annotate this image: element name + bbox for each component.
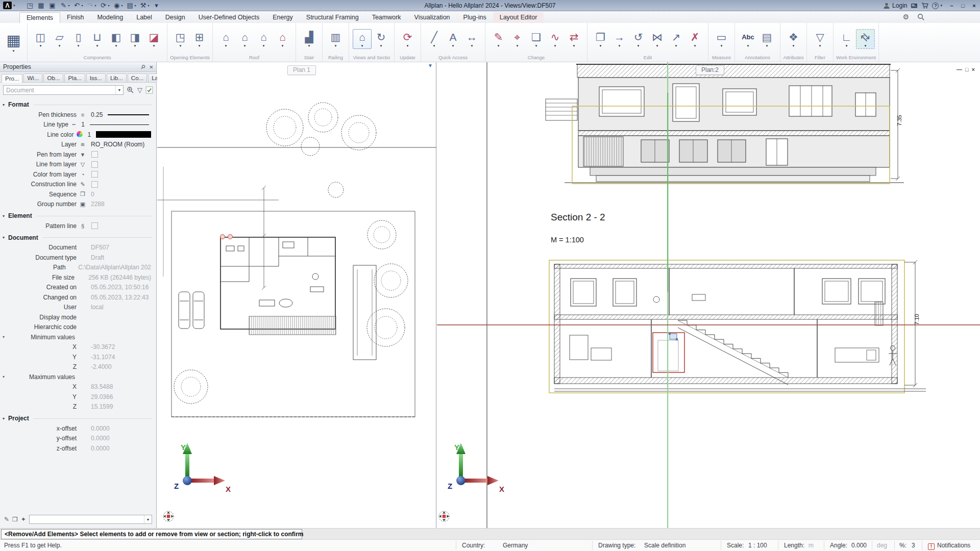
- plan1-chip[interactable]: Plan 1: [287, 65, 316, 75]
- text-tool-icon[interactable]: A▾: [444, 30, 462, 48]
- delete-tool-icon[interactable]: ✗▾: [685, 30, 704, 48]
- door-tool-icon[interactable]: ◳▾: [171, 30, 190, 48]
- navigation-mode-tool-icon[interactable]: ⇄▾: [856, 29, 875, 49]
- combo-dropdown-icon[interactable]: ▼: [115, 86, 123, 94]
- property-value[interactable]: -2.4000: [91, 363, 112, 370]
- tab-structural-framing[interactable]: Structural Framing: [300, 12, 365, 23]
- property-checkbox[interactable]: [91, 181, 98, 188]
- section-update-tool-icon[interactable]: ↻▾: [372, 30, 390, 48]
- railing-tool-icon[interactable]: ▥▾: [326, 30, 345, 48]
- minimize-button[interactable]: –: [948, 3, 955, 9]
- splitter-caret-top-icon[interactable]: ▼: [428, 63, 433, 68]
- plan1-compass-icon[interactable]: [163, 511, 174, 521]
- project-icon[interactable]: ▦: [37, 2, 45, 9]
- property-value[interactable]: RO_ROOM (Room): [91, 141, 144, 148]
- property-checkbox[interactable]: [91, 171, 98, 178]
- property-value[interactable]: C:\Data\Allplan\Allplan 202: [78, 264, 151, 271]
- search-icon[interactable]: [917, 13, 925, 21]
- collapse-icon[interactable]: ▾: [3, 416, 5, 421]
- tab-elements[interactable]: Elements: [19, 12, 60, 23]
- section-header[interactable]: ▾Element: [0, 211, 156, 221]
- viewport-plan2[interactable]: Y X Z Plan:2 — □ × Se: [437, 62, 980, 528]
- section-header[interactable]: ▾Format: [0, 99, 156, 110]
- property-value[interactable]: 1: [88, 131, 91, 138]
- property-value[interactable]: -31.1074: [91, 354, 115, 361]
- roof-covering-tool-icon[interactable]: ⌂▾: [273, 30, 292, 48]
- stretch-node-tool-icon[interactable]: ⌖▾: [508, 30, 527, 48]
- property-value[interactable]: 1: [81, 121, 85, 128]
- viewer-icon[interactable]: ◳: [26, 2, 34, 9]
- collapse-icon[interactable]: ▾: [3, 214, 5, 218]
- foundation-tool-icon[interactable]: ⊔▾: [88, 30, 107, 48]
- pin-icon[interactable]: ⚲: [139, 63, 147, 71]
- property-value[interactable]: -30.3672: [91, 343, 115, 350]
- tab-design[interactable]: Design: [159, 12, 192, 23]
- section-header[interactable]: ▾Project: [0, 413, 156, 423]
- properties-tab-wi[interactable]: Wi...: [23, 73, 42, 82]
- property-checkbox[interactable]: [91, 161, 98, 168]
- view-minimize-icon[interactable]: —: [957, 67, 962, 72]
- angle-unit[interactable]: deg: [877, 542, 887, 549]
- drawing-canvas[interactable]: Y X Z Plan 1: [157, 62, 980, 528]
- dimension-tool-icon[interactable]: ↔▾: [462, 30, 481, 48]
- notifications-button[interactable]: !Notifications: [928, 542, 970, 550]
- properties-tab-pro[interactable]: Pro...: [2, 74, 22, 83]
- edit-area-tool-icon[interactable]: ❏▾: [527, 30, 546, 48]
- property-value[interactable]: 29.0366: [91, 393, 113, 400]
- logo-menu-caret-icon[interactable]: ▾: [13, 4, 15, 8]
- tab-layout-editor[interactable]: Layout Editor: [493, 12, 544, 23]
- save-icon[interactable]: ▣: [48, 2, 57, 9]
- close-button[interactable]: ×: [970, 3, 978, 9]
- property-value[interactable]: 256 KB (262446 bytes): [88, 274, 151, 281]
- filter-funnel-icon[interactable]: ▽: [137, 86, 142, 94]
- property-value[interactable]: 2288: [91, 201, 105, 208]
- view-close-icon[interactable]: ×: [972, 67, 975, 72]
- zoom-select-icon[interactable]: [127, 86, 134, 94]
- view-restore-icon[interactable]: □: [965, 67, 969, 72]
- properties-tab-pla[interactable]: Pla...: [64, 73, 85, 82]
- window-tool-icon[interactable]: ⊞▾: [190, 30, 209, 48]
- restore-button[interactable]: □: [959, 3, 967, 9]
- apply-check-icon[interactable]: [145, 86, 153, 94]
- favorite-combo-caret-icon[interactable]: ▼: [144, 515, 152, 523]
- stair-tool-icon[interactable]: ▟▾: [300, 30, 318, 48]
- collapse-icon[interactable]: ▾: [3, 103, 5, 107]
- shop-cart-icon[interactable]: [921, 2, 928, 9]
- properties-tab-ob[interactable]: Ob...: [43, 73, 63, 82]
- favorite-icon[interactable]: ✦: [21, 516, 26, 523]
- building-structure-launcher[interactable]: ▦ ▾: [0, 23, 28, 62]
- customize-chevron-icon[interactable]: ▾: [153, 2, 161, 9]
- login-button[interactable]: Login: [883, 2, 907, 9]
- filter-tool-icon[interactable]: ▽▾: [811, 30, 829, 48]
- tab-user-defined-objects[interactable]: User-Defined Objects: [192, 12, 266, 23]
- adjust-tool-icon[interactable]: ∿▾: [546, 30, 565, 48]
- plan2-compass-icon[interactable]: [439, 511, 449, 521]
- measure-tool-icon[interactable]: ▭▾: [712, 30, 731, 48]
- line-tool-icon[interactable]: ╱▾: [425, 30, 444, 48]
- property-value[interactable]: DF507: [91, 244, 109, 251]
- dormer-tool-icon[interactable]: ⌂▾: [254, 30, 273, 48]
- property-value[interactable]: 0: [91, 191, 94, 198]
- tab-energy[interactable]: Energy: [266, 12, 300, 23]
- property-value[interactable]: 0.25: [91, 111, 103, 118]
- color-swatch[interactable]: [96, 131, 151, 138]
- attributes-tag-tool-icon[interactable]: ❖▾: [784, 30, 803, 48]
- properties-tab-iss[interactable]: Iss...: [86, 73, 106, 82]
- plan2-chip[interactable]: Plan:2: [696, 65, 724, 75]
- copy-tool-icon[interactable]: ❐▾: [591, 30, 610, 48]
- properties-tab-lib[interactable]: Lib...: [107, 73, 127, 82]
- scale-value[interactable]: 1 : 100: [748, 542, 767, 549]
- property-value[interactable]: 0.0000: [91, 435, 110, 442]
- tab-teamwork[interactable]: Teamwork: [365, 12, 408, 23]
- view-mode-icon[interactable]: ◉▾: [113, 2, 123, 9]
- roof-plane-tool-icon[interactable]: ⌂▾: [216, 30, 235, 48]
- property-value[interactable]: 83.5488: [91, 383, 113, 390]
- column-tool-icon[interactable]: ▯▾: [69, 30, 88, 48]
- view-section-tool-icon[interactable]: ⌂▾: [353, 29, 372, 49]
- align-tool-icon[interactable]: ⇄▾: [565, 30, 583, 48]
- property-value[interactable]: 05.05.2023, 13:22:43: [91, 294, 149, 301]
- repeat-icon[interactable]: ⟳▾: [100, 2, 110, 9]
- percent-value[interactable]: 3: [912, 542, 915, 549]
- component-update-tool-icon[interactable]: ⟳▾: [398, 30, 417, 48]
- new-edit-icon[interactable]: ✎▾: [60, 2, 70, 9]
